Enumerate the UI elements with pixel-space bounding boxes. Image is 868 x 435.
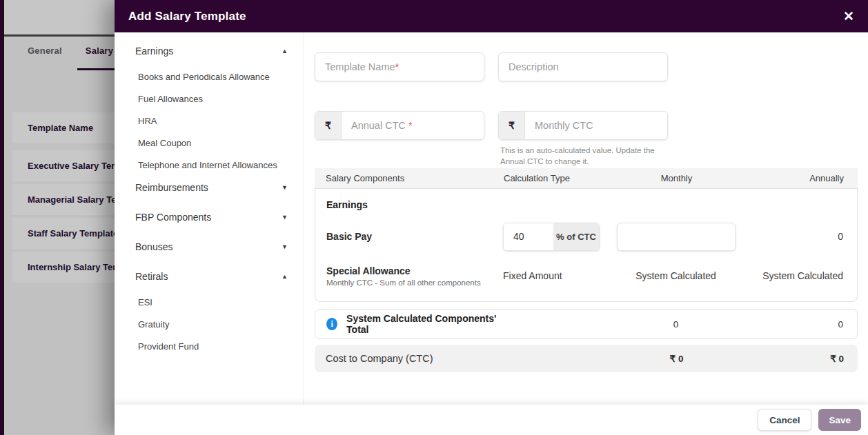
chevron-down-icon: ▼ — [282, 243, 288, 250]
total-monthly-value: 0 — [612, 319, 740, 330]
header-salary-components: Salary Components — [326, 173, 504, 183]
sidebar-group-earnings: Earnings ▲ Books and Periodicals Allowan… — [135, 45, 288, 170]
save-button[interactable]: Save — [818, 409, 861, 431]
description-field: Description — [498, 52, 668, 81]
header-calculation-type: Calculation Type — [504, 173, 613, 183]
total-annually-value: 0 — [740, 319, 843, 330]
total-label-cell: i System Calculated Components' Total — [326, 313, 503, 335]
rupee-icon: ₹ — [315, 112, 342, 139]
name-description-row: Template Name* Description — [315, 52, 858, 81]
sidebar-item-hra[interactable]: HRA — [138, 116, 288, 126]
system-calculated-total-row: i System Calculated Components' Total 0 … — [315, 309, 858, 339]
add-salary-template-modal: Add Salary Template ✕ Earnings ▲ Books a… — [115, 0, 868, 435]
basic-pay-monthly-cell — [612, 223, 740, 251]
ctc-monthly-value: ₹ 0 — [613, 353, 740, 364]
sidebar-group-bonuses: Bonuses ▼ — [135, 241, 288, 252]
group-label: Retirals — [135, 271, 168, 282]
annual-ctc-input[interactable] — [342, 112, 484, 139]
special-allowance-calc-type: Fixed Amount — [503, 270, 612, 281]
basic-pay-label: Basic Pay — [326, 231, 503, 242]
monthly-ctc-field: ₹ Monthly CTC This is an auto-calculated… — [498, 111, 668, 140]
header-annually: Annually — [740, 173, 844, 183]
modal-header: Add Salary Template ✕ — [115, 0, 868, 32]
earnings-section-card: Earnings Basic Pay % of CTC 0 — [315, 188, 858, 302]
group-label: Bonuses — [135, 241, 172, 252]
group-label: FBP Components — [135, 212, 211, 223]
sidebar-item-meal-coupon[interactable]: Meal Coupon — [138, 138, 288, 148]
description-input[interactable] — [499, 53, 667, 81]
calc-type-select[interactable]: % of CTC — [553, 223, 599, 250]
chevron-up-icon: ▲ — [282, 273, 288, 280]
basic-pay-monthly-input[interactable] — [617, 223, 736, 251]
special-allowance-subtitle: Monthly CTC - Sum of all other component… — [326, 279, 503, 287]
sidebar-group-header-earnings[interactable]: Earnings ▲ — [135, 45, 288, 57]
group-label: Earnings — [135, 45, 173, 57]
special-allowance-row: Special Allowance Monthly CTC - Sum of a… — [326, 259, 843, 299]
earnings-section-title: Earnings — [326, 189, 843, 214]
sidebar-item-books-periodicals[interactable]: Books and Periodicals Allowance — [138, 72, 288, 82]
annual-ctc-field: ₹ Annual CTC * — [315, 111, 484, 140]
sidebar-group-header-bonuses[interactable]: Bonuses ▼ — [135, 241, 288, 252]
basic-pay-value-input[interactable] — [504, 223, 553, 250]
sidebar-item-gratuity[interactable]: Gratuity — [138, 319, 288, 330]
sidebar-group-fbp-components: FBP Components ▼ — [135, 212, 288, 223]
info-icon[interactable]: i — [326, 318, 337, 330]
special-allowance-monthly: System Calculated — [612, 270, 740, 281]
cancel-button[interactable]: Cancel — [758, 409, 811, 431]
header-monthly: Monthly — [613, 173, 740, 183]
sidebar-group-retirals: Retirals ▲ ESI Gratuity Provident Fund — [135, 271, 288, 352]
template-name-field: Template Name* — [315, 52, 484, 81]
template-name-input[interactable] — [315, 53, 484, 81]
modal-footer: Cancel Save — [115, 405, 868, 435]
components-sidebar: Earnings ▲ Books and Periodicals Allowan… — [115, 32, 304, 405]
ctc-annually-value: ₹ 0 — [740, 353, 844, 364]
monthly-ctc-input[interactable] — [525, 112, 667, 139]
close-icon[interactable]: ✕ — [843, 10, 854, 23]
ctc-label: Cost to Company (CTC) — [326, 353, 504, 364]
components-table-header: Salary Components Calculation Type Month… — [315, 168, 858, 188]
sidebar-item-fuel-allowances[interactable]: Fuel Allowances — [138, 94, 288, 104]
rupee-icon: ₹ — [499, 112, 525, 139]
basic-pay-annually-value: 0 — [740, 231, 843, 242]
basic-pay-calc-cell: % of CTC — [503, 223, 612, 251]
sidebar-group-reimbursements: Reimbursements ▼ — [135, 182, 288, 193]
sidebar-group-header-reimbursements[interactable]: Reimbursements ▼ — [135, 182, 288, 193]
modal-body: Earnings ▲ Books and Periodicals Allowan… — [115, 32, 868, 405]
modal-title: Add Salary Template — [128, 10, 246, 23]
basic-pay-percentage-group: % of CTC — [503, 223, 600, 251]
cost-to-company-row: Cost to Company (CTC) ₹ 0 ₹ 0 — [315, 345, 858, 372]
sidebar-item-telephone-internet[interactable]: Telephone and Internet Allowances — [138, 160, 288, 170]
special-allowance-annually: System Calculated — [740, 270, 843, 281]
special-allowance-label: Special Allowance — [326, 265, 503, 276]
chevron-down-icon: ▼ — [282, 214, 288, 221]
modal-main-content: Template Name* Description ₹ Annual CTC … — [304, 32, 868, 405]
monthly-ctc-helper-text: This is an auto-calculated value. Update… — [500, 145, 674, 167]
chevron-down-icon: ▼ — [282, 184, 288, 191]
sidebar-item-esi[interactable]: ESI — [138, 297, 288, 307]
total-label: System Calculated Components' Total — [346, 313, 503, 335]
basic-pay-row: Basic Pay % of CTC 0 — [326, 214, 843, 259]
chevron-up-icon: ▲ — [282, 48, 288, 54]
special-allowance-name-cell: Special Allowance Monthly CTC - Sum of a… — [326, 265, 503, 287]
sidebar-group-header-fbp-components[interactable]: FBP Components ▼ — [135, 212, 288, 223]
group-label: Reimbursements — [135, 182, 208, 193]
sidebar-item-provident-fund[interactable]: Provident Fund — [138, 341, 288, 352]
sidebar-group-header-retirals[interactable]: Retirals ▲ — [135, 271, 288, 282]
ctc-row: ₹ Annual CTC * ₹ Monthly CTC This is an … — [315, 111, 858, 140]
